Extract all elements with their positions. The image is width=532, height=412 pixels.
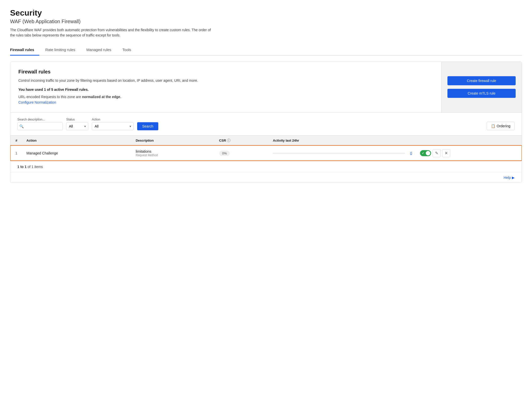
row-csr: 0% [215, 145, 269, 161]
help-arrow-icon: ▶ [512, 176, 515, 180]
help-footer: Help ▶ [10, 172, 522, 183]
help-label: Help [504, 176, 511, 180]
info-panel-description: Control incoming traffic to your zone by… [18, 78, 433, 83]
activity-col: 0 [273, 151, 412, 155]
status-label: Status [66, 118, 88, 121]
create-mtls-rule-button[interactable]: Create mTLS rule [447, 89, 516, 98]
status-group: Status All Active Paused ▼ [66, 118, 88, 130]
action-select-wrap: All Block Challenge JS Challenge Managed… [92, 122, 134, 130]
ordering-button[interactable]: 📋 Ordering [487, 122, 515, 130]
edit-icon: ✎ [435, 151, 438, 155]
ordering-icon: 📋 [491, 124, 495, 128]
configure-normalization-link[interactable]: Configure Normalization [18, 100, 56, 104]
normalization-bold: normalized at the edge. [82, 95, 121, 99]
page-description: The Cloudflare WAF provides both automat… [10, 27, 216, 38]
info-banner: Firewall rules Control incoming traffic … [10, 62, 522, 112]
page-title: Security [10, 8, 522, 18]
pagination-text: of 1 items [27, 165, 43, 169]
col-action: Action [22, 136, 132, 146]
tab-rate-limiting-rules[interactable]: Rate limiting rules [45, 45, 80, 56]
row-desc-sub: Request Method [136, 153, 211, 157]
info-left: Firewall rules Control incoming traffic … [10, 62, 441, 112]
action-select[interactable]: All Block Challenge JS Challenge Managed… [92, 122, 134, 130]
col-description: Description [132, 136, 215, 146]
info-panel-usage: You have used 1 of 5 active Firewall rul… [18, 88, 433, 92]
action-label: Action [92, 118, 134, 121]
row-toggle[interactable]: ✓ [420, 150, 431, 156]
col-num: # [10, 136, 22, 146]
toggle-slider: ✓ [420, 150, 431, 156]
ordering-label: Ordering [497, 124, 510, 128]
toggle-switch[interactable]: ✓ [420, 150, 431, 156]
main-card: Firewall rules Control incoming traffic … [10, 62, 522, 183]
csr-badge: 0% [219, 151, 230, 156]
create-firewall-rule-button[interactable]: Create firewall rule [447, 76, 516, 85]
csr-info-icon[interactable]: i [227, 139, 231, 142]
toggle-check-icon: ✓ [422, 151, 424, 155]
row-controls: ✓ ✎ ✕ [416, 145, 522, 161]
table-header-row: # Action Description CSR i Activity last… [10, 136, 522, 146]
row-description: limitations Request Method [132, 145, 215, 161]
edit-button[interactable]: ✎ [433, 149, 441, 157]
normalization-text: URL-encoded Requests to this zone are [18, 95, 81, 99]
tab-tools[interactable]: Tools [122, 45, 136, 56]
search-input-wrap: 🔍 [17, 122, 63, 130]
status-select-wrap: All Active Paused ▼ [66, 122, 88, 130]
info-panel-title: Firewall rules [18, 69, 433, 75]
page-subtitle: WAF (Web Application Firewall) [10, 19, 522, 24]
search-input[interactable] [17, 122, 63, 130]
search-icon: 🔍 [19, 124, 24, 128]
search-button[interactable]: Search [137, 122, 158, 130]
status-select[interactable]: All Active Paused [66, 122, 88, 130]
activity-num: 0 [408, 151, 412, 155]
tab-firewall-rules[interactable]: Firewall rules [10, 45, 39, 56]
tabs: Firewall rules Rate limiting rules Manag… [10, 45, 522, 56]
tab-managed-rules[interactable]: Managed rules [86, 45, 116, 56]
row-num: 1 [10, 145, 22, 161]
row-desc-main: limitations [136, 149, 211, 153]
delete-button[interactable]: ✕ [442, 149, 450, 157]
row-action: Managed Challenge [22, 145, 132, 161]
info-right: Create firewall rule Create mTLS rule [441, 62, 522, 112]
col-activity: Activity last 24hr [269, 136, 416, 146]
filter-row: Search description... 🔍 Status All Activ… [10, 113, 522, 135]
delete-icon: ✕ [445, 151, 448, 155]
search-label: Search description... [17, 118, 63, 121]
rules-table: # Action Description CSR i Activity last… [10, 136, 522, 161]
col-controls [416, 136, 522, 146]
rules-table-wrap: # Action Description CSR i Activity last… [10, 135, 522, 161]
pagination-row: 1 to 1 of 1 items [10, 161, 522, 172]
col-csr: CSR i [215, 136, 269, 146]
pagination-bold: 1 to 1 [17, 165, 27, 169]
help-link[interactable]: Help ▶ [504, 176, 515, 180]
info-normalization: URL-encoded Requests to this zone are no… [18, 94, 433, 105]
search-group: Search description... 🔍 [17, 118, 63, 130]
table-row: 1 Managed Challenge limitations Request … [10, 145, 522, 161]
activity-bar [273, 153, 405, 153]
row-activity: 0 [269, 145, 416, 161]
row-actions: ✓ ✎ ✕ [420, 149, 518, 157]
action-group: Action All Block Challenge JS Challenge … [92, 118, 134, 130]
